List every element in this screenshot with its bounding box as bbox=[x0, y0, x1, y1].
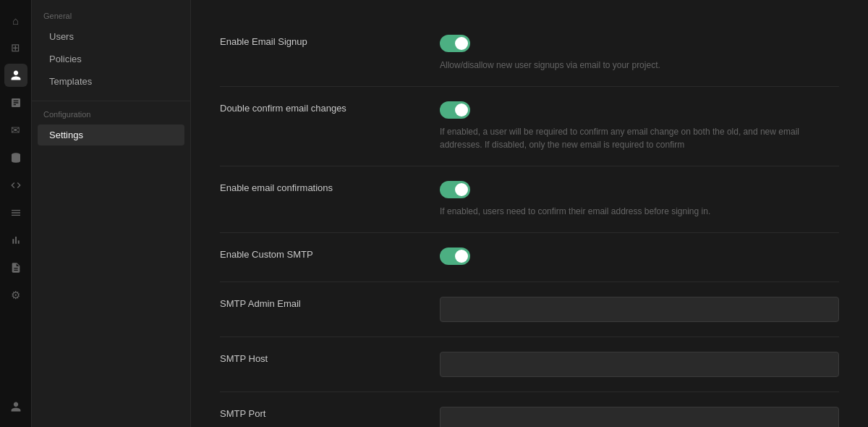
settings-row-smtp-port: SMTP Port bbox=[220, 392, 839, 427]
smtp-port-label: SMTP Port bbox=[220, 408, 265, 419]
grid-icon[interactable]: ⊞ bbox=[4, 36, 27, 59]
smtp-port-input[interactable] bbox=[440, 407, 839, 427]
enable-custom-smtp-label: Enable Custom SMTP bbox=[220, 249, 313, 260]
list-icon[interactable] bbox=[4, 201, 27, 224]
smtp-admin-email-input[interactable] bbox=[440, 297, 839, 322]
sidebar-item-settings[interactable]: Settings bbox=[38, 124, 184, 145]
enable-email-signup-desc: Allow/disallow new user signups via emai… bbox=[440, 59, 839, 72]
users-icon[interactable] bbox=[4, 64, 27, 87]
double-confirm-email-label: Double confirm email changes bbox=[220, 103, 346, 114]
home-icon[interactable]: ⌂ bbox=[4, 9, 27, 32]
double-confirm-email-toggle[interactable] bbox=[440, 101, 470, 119]
gear-icon[interactable]: ⚙ bbox=[4, 284, 27, 307]
code-icon[interactable] bbox=[4, 174, 27, 197]
smtp-host-label: SMTP Host bbox=[220, 353, 268, 364]
sidebar-item-templates[interactable]: Templates bbox=[38, 71, 184, 92]
enable-email-confirmations-toggle[interactable] bbox=[440, 181, 470, 198]
sidebar-item-users[interactable]: Users bbox=[38, 26, 184, 47]
enable-email-signup-toggle[interactable] bbox=[440, 35, 470, 52]
enable-email-confirmations-desc: If enabled, users need to confirm their … bbox=[440, 205, 839, 218]
smtp-admin-email-label: SMTP Admin Email bbox=[220, 298, 301, 309]
main-content: Enable Email Signup Allow/disallow new u… bbox=[191, 0, 868, 427]
smtp-host-input[interactable] bbox=[440, 352, 839, 377]
general-group-label: General bbox=[32, 12, 190, 26]
settings-row-double-confirm-email: Double confirm email changes If enabled,… bbox=[220, 87, 839, 166]
nav-sidebar: General Users Policies Templates Configu… bbox=[32, 0, 191, 427]
settings-row-smtp-admin-email: SMTP Admin Email bbox=[220, 282, 839, 337]
double-confirm-email-desc: If enabled, a user will be required to c… bbox=[440, 125, 839, 151]
layers-icon[interactable] bbox=[4, 91, 27, 114]
enable-custom-smtp-toggle[interactable] bbox=[440, 248, 470, 265]
settings-row-enable-custom-smtp: Enable Custom SMTP bbox=[220, 233, 839, 282]
icon-sidebar: ⌂ ⊞ ✉ ⚙ bbox=[0, 0, 32, 427]
nav-divider bbox=[32, 101, 190, 101]
config-group-label: Configuration bbox=[32, 110, 190, 124]
database-icon[interactable] bbox=[4, 146, 27, 169]
user-profile-icon[interactable] bbox=[4, 395, 27, 418]
settings-row-enable-email-signup: Enable Email Signup Allow/disallow new u… bbox=[220, 20, 839, 87]
enable-email-signup-label: Enable Email Signup bbox=[220, 36, 307, 47]
enable-email-confirmations-label: Enable email confirmations bbox=[220, 182, 333, 193]
document-icon[interactable] bbox=[4, 256, 27, 279]
chart-icon[interactable] bbox=[4, 229, 27, 252]
settings-row-smtp-host: SMTP Host bbox=[220, 337, 839, 392]
settings-row-enable-email-confirmations: Enable email confirmations If enabled, u… bbox=[220, 166, 839, 233]
sidebar-item-policies[interactable]: Policies bbox=[38, 48, 184, 69]
envelope-icon[interactable]: ✉ bbox=[4, 119, 27, 142]
